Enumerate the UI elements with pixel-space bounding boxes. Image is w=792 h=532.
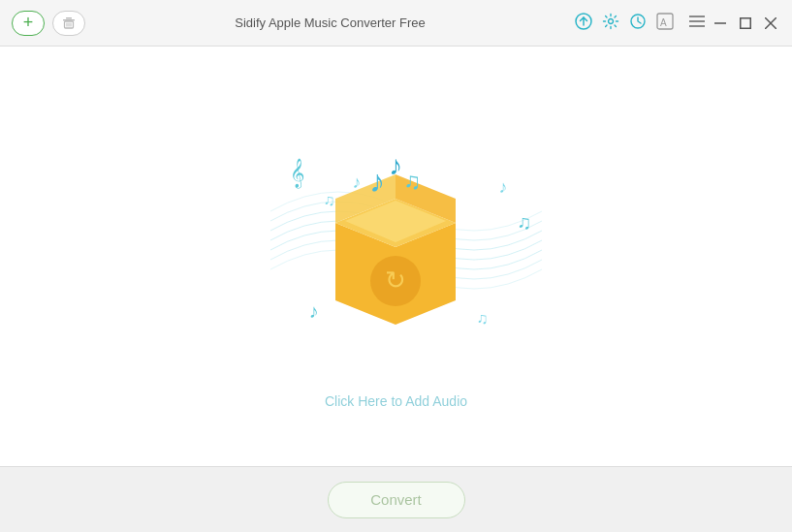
music-note-6: ♫ (477, 310, 489, 328)
svg-rect-0 (63, 19, 75, 21)
upload-icon[interactable] (575, 13, 592, 34)
delete-button[interactable] (52, 11, 85, 36)
svg-text:A: A (660, 16, 667, 27)
music-note-2: ♫ (324, 192, 335, 209)
menu-icon[interactable] (689, 15, 705, 32)
title-bar-right: A (575, 13, 780, 34)
svg-rect-1 (66, 17, 72, 19)
music-note-1: ♪ (353, 172, 362, 193)
music-note-5: ♪ (309, 300, 319, 323)
title-bar-left: + (12, 11, 85, 36)
svg-text:♪: ♪ (389, 155, 402, 180)
add-audio-area[interactable]: 𝄞 ♪ ♫ ♪ ♫ ♪ ♫ ↻ (232, 105, 561, 409)
svg-text:♫: ♫ (403, 168, 421, 194)
close-button[interactable] (761, 14, 780, 33)
svg-rect-15 (741, 17, 751, 28)
trash-icon (62, 16, 76, 30)
box-illustration: ↻ ♪ ♪ ♫ (316, 155, 476, 325)
settings-icon[interactable] (602, 13, 619, 34)
music-note-treble: 𝄞 (290, 158, 304, 188)
main-content: 𝄞 ♪ ♫ ♪ ♫ ♪ ♫ ↻ (0, 47, 792, 466)
window-controls (689, 14, 780, 33)
convert-button[interactable]: Convert (328, 482, 465, 518)
music-note-3: ♪ (499, 177, 508, 198)
music-note-4: ♫ (518, 211, 532, 234)
svg-text:♪: ♪ (369, 164, 385, 199)
svg-point-7 (609, 18, 614, 23)
history-icon[interactable] (629, 13, 647, 34)
maximize-button[interactable] (736, 14, 755, 33)
click-to-add-text: Click Here to Add Audio (325, 393, 467, 409)
illustration: 𝄞 ♪ ♫ ♪ ♫ ♪ ♫ ↻ (232, 105, 561, 376)
font-icon[interactable]: A (656, 13, 674, 34)
app-title: Sidify Apple Music Converter Free (85, 16, 575, 30)
minimize-button[interactable] (711, 14, 730, 33)
bottom-bar: Convert (0, 466, 792, 532)
svg-text:↻: ↻ (385, 266, 406, 295)
add-button[interactable]: + (12, 11, 45, 36)
title-bar: + Sidify Apple Music Converter Free (0, 0, 792, 47)
